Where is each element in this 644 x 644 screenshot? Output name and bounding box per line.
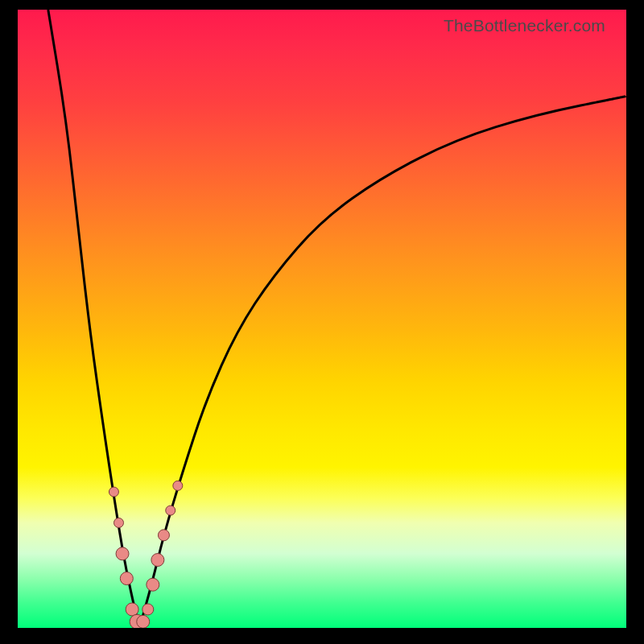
highlight-marker — [114, 518, 123, 527]
watermark-label: TheBottlenecker.com — [444, 16, 605, 35]
left-branch-curve — [48, 10, 139, 628]
bottleneck-curve — [48, 10, 626, 628]
highlight-marker — [166, 506, 175, 515]
highlight-marker — [109, 487, 118, 497]
highlight-marker — [173, 481, 183, 490]
curve-layer — [18, 10, 626, 628]
highlight-marker — [120, 572, 133, 585]
chart-frame: TheBottlenecker.com — [0, 0, 644, 644]
highlight-marker — [126, 603, 138, 616]
highlight-markers — [109, 481, 182, 628]
highlight-marker — [142, 604, 154, 615]
plot-area: TheBottlenecker.com — [18, 10, 626, 628]
highlight-marker — [147, 578, 159, 591]
highlight-marker — [137, 615, 150, 628]
highlight-marker — [116, 547, 129, 560]
highlight-marker — [151, 554, 164, 567]
highlight-marker — [158, 530, 169, 541]
right-branch-curve — [139, 97, 626, 628]
